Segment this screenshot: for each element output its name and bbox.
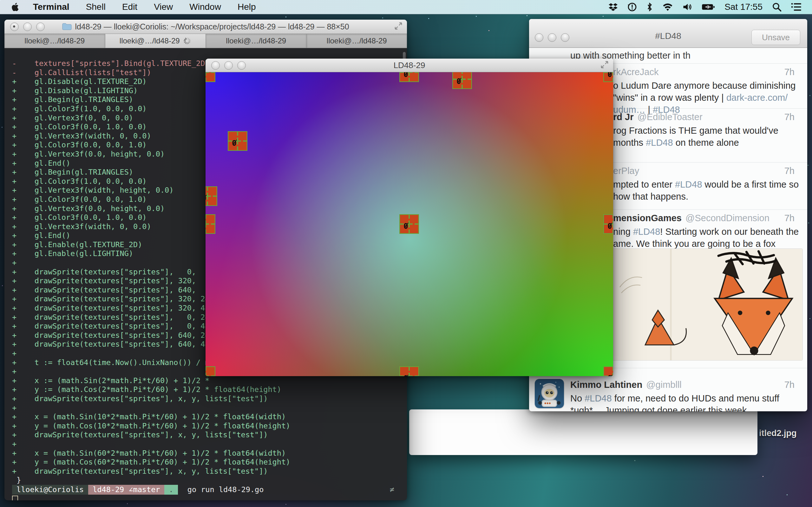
- tweet-author[interactable]: mensionGames: [613, 213, 681, 223]
- game-sprite: 0: [206, 366, 215, 376]
- game-sprite: 0: [603, 214, 613, 234]
- terminal-tab[interactable]: lloeki@…/ld48-29: [105, 34, 206, 48]
- tweet-text-line: months #LD48 on theme alone: [613, 136, 795, 149]
- tweet-author[interactable]: Kimmo Lahtinen: [570, 380, 642, 390]
- tweet-text: on theme alone: [673, 137, 739, 148]
- tweet-text: o Ludum Dare anymore because diminishing: [613, 80, 796, 91]
- game-sprite: 0: [603, 366, 613, 376]
- tweet-timestamp: 7h: [784, 166, 795, 176]
- tweet-text: ning: [613, 227, 633, 237]
- tweet-text: for me, need to do HUDs and menu stuff: [612, 393, 779, 403]
- prompt-status-segment: .: [164, 485, 177, 495]
- fullscreen-icon[interactable]: [394, 22, 403, 32]
- fullscreen-icon[interactable]: [600, 60, 609, 70]
- game-sprite: 0: [206, 214, 215, 234]
- tab-label: lloeki@…/ld48-29: [119, 37, 180, 45]
- activity-spinner-icon: [183, 37, 191, 45]
- tweet-link[interactable]: dark-acre.com/: [726, 93, 788, 103]
- tweet-link[interactable]: #LD48: [675, 179, 702, 189]
- tweet-text-line: ame. We think you are going to be a fox: [613, 238, 795, 250]
- tweet-timestamp: 7h: [784, 380, 795, 390]
- tweet-text: ! Starting work on our beneath the: [660, 227, 799, 237]
- background-window[interactable]: [409, 409, 757, 455]
- tweet-timestamp: 7h: [784, 112, 795, 122]
- unsave-button[interactable]: Unsave: [751, 30, 800, 45]
- tweet-text-line: ning #LD48! Starting work on our beneath…: [613, 226, 795, 238]
- tweet-text: "wins" in a row was plenty |: [613, 93, 726, 103]
- volume-icon[interactable]: [682, 3, 692, 11]
- tweet-header: rd Jr@EdibleToaster7h: [613, 112, 795, 124]
- tweet-text: rog Fractions is THE game that would've: [613, 125, 778, 135]
- tweet-handle[interactable]: @SecondDimension: [686, 213, 769, 223]
- gl-gradient-canvas: 0 0 0 0 0 0 0 0 0: [206, 72, 613, 376]
- tweet-handle[interactable]: @EdibleToaster: [637, 112, 702, 122]
- tweet-text-line: "wins" in a row was plenty | dark-acre.c…: [613, 92, 795, 104]
- menu-shell[interactable]: Shell: [86, 2, 106, 12]
- tweet-timestamp: 7h: [784, 67, 795, 77]
- bluetooth-icon[interactable]: [647, 2, 653, 12]
- game-sprite: 0: [452, 72, 472, 89]
- tweet-text: would be a first time so: [702, 179, 799, 189]
- gl-window-title: LD48-29: [206, 60, 613, 70]
- tweet-text: No: [570, 393, 585, 403]
- tweet-text: months: [613, 137, 646, 148]
- tweet-text: how that happens.: [613, 191, 688, 202]
- tweet-author[interactable]: rd Jr: [613, 112, 633, 122]
- svg-text:0: 0: [607, 72, 612, 79]
- prompt-branch-segment: ld48-29 ∠master: [88, 485, 164, 495]
- battery-icon[interactable]: [702, 3, 715, 11]
- time-machine-icon[interactable]: [627, 2, 637, 12]
- tweet-handle[interactable]: @gimblll: [646, 380, 681, 390]
- tweet-avatar[interactable]: [535, 379, 564, 408]
- apple-menu-icon[interactable]: [11, 2, 20, 12]
- tab-label: lloeki@…/ld48-29: [226, 37, 286, 45]
- tweet-header: erPlay7h: [613, 166, 795, 178]
- menu-help[interactable]: Help: [238, 2, 256, 12]
- diff-line-add: + x = (math.Sin(60*2*math.Pi*t/60) + 1)/…: [12, 449, 407, 458]
- terminal-tab[interactable]: lloeki@…/ld48-29: [307, 34, 407, 48]
- app-menus: TerminalShellEditViewWindowHelp: [33, 2, 272, 12]
- terminal-cursor: [12, 496, 18, 501]
- status-icons: [608, 2, 715, 12]
- menu-bar: TerminalShellEditViewWindowHelp Sat 17:5…: [0, 0, 812, 14]
- menu-clock[interactable]: Sat 17:55: [724, 2, 763, 12]
- twitter-titlebar[interactable]: #LD48 Unsave: [529, 19, 807, 48]
- tweet-text: *ugh*… Jumping got done earlier this wee…: [570, 405, 747, 412]
- game-sprite: 0: [399, 72, 419, 82]
- tweet-link[interactable]: #LD48: [585, 393, 612, 403]
- tweet-text-line: *ugh*… Jumping got done earlier this wee…: [570, 404, 795, 412]
- tweet-header: mensionGames@SecondDimension7h: [613, 213, 795, 225]
- tweet-text: mpted to enter: [613, 179, 675, 189]
- spotlight-icon[interactable]: [772, 2, 781, 12]
- tweet-handle[interactable]: rkAcreJack: [613, 67, 658, 77]
- tweet-text-line: how that happens.: [613, 190, 795, 203]
- status-menu-area: Sat 17:55: [608, 2, 812, 12]
- menu-view[interactable]: View: [154, 2, 173, 12]
- svg-text:0: 0: [403, 72, 408, 79]
- terminal-title: ld48-29 — lloeki@Coriolis: ~/Workspace/p…: [4, 22, 407, 32]
- gl-game-window[interactable]: LD48-29 0 0 0 0 0 0 0: [206, 59, 613, 376]
- menu-window[interactable]: Window: [189, 2, 221, 12]
- terminal-tab[interactable]: lloeki@…/ld48-29: [4, 34, 105, 48]
- dropbox-icon[interactable]: [608, 3, 618, 11]
- tweet-link[interactable]: #LD48: [646, 137, 673, 148]
- diff-line-add: + y = (math.Cos(10*2*math.Pi*t/60) + 1)/…: [12, 421, 407, 431]
- menu-terminal[interactable]: Terminal: [33, 2, 69, 12]
- tweet-text-line: mpted to enter #LD48 would be a first ti…: [613, 178, 795, 190]
- tweet-link[interactable]: #LD48: [633, 227, 660, 237]
- tweet-handle[interactable]: erPlay: [613, 166, 639, 176]
- terminal-tab[interactable]: lloeki@…/ld48-29: [206, 34, 307, 48]
- tab-label: lloeki@…/ld48-29: [327, 37, 387, 45]
- prompt-command[interactable]: go run ld48-29.go: [178, 485, 264, 494]
- desktop-file-label[interactable]: itled2.jpg: [759, 429, 797, 438]
- notification-center-icon[interactable]: [791, 3, 801, 11]
- folder-proxy-icon[interactable]: [62, 23, 72, 31]
- game-sprite: 0: [206, 72, 215, 82]
- terminal-titlebar[interactable]: ld48-29 — lloeki@Coriolis: ~/Workspace/p…: [4, 20, 407, 34]
- menu-edit[interactable]: Edit: [122, 2, 137, 12]
- gl-titlebar[interactable]: LD48-29: [206, 59, 613, 72]
- game-sprite: 0: [603, 72, 613, 82]
- wifi-icon[interactable]: [662, 3, 673, 11]
- game-sprite: 0: [399, 366, 419, 376]
- tweet-text: ame. We think you are going to be a fox: [613, 239, 775, 249]
